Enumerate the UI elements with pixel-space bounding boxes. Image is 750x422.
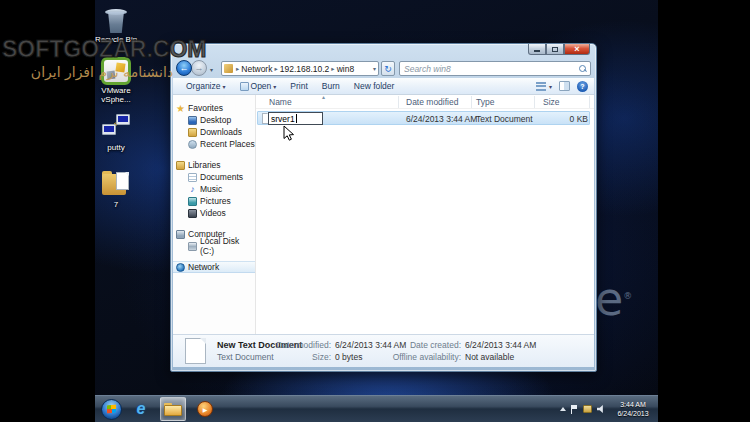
burn-button[interactable]: Burn [315, 79, 347, 94]
computer-icon [176, 230, 185, 239]
group-label: Network [188, 262, 219, 272]
print-button[interactable]: Print [283, 79, 314, 94]
details-date-created-label: Date created: [351, 340, 461, 350]
breadcrumb-host[interactable]: 192.168.10.2 [280, 64, 330, 74]
show-hidden-icons-button[interactable] [560, 407, 566, 411]
desktop-icon-label: putty [87, 143, 145, 152]
column-header-name[interactable]: Name [269, 97, 292, 107]
desktop-icon-folder-7[interactable]: 7 [87, 171, 145, 209]
close-icon: × [574, 44, 579, 54]
details-date-modified-label: Date modified: [231, 340, 331, 350]
chevron-down-icon: ▾ [223, 83, 226, 90]
column-divider[interactable] [398, 96, 399, 108]
desktop-icon-vmware-vsphere[interactable]: VMware vSphe... [87, 57, 145, 104]
open-label: Open [251, 81, 272, 91]
sidebar-item-downloads[interactable]: Downloads [173, 126, 255, 138]
system-tray: 3:44 AM 6/24/2013 [560, 400, 658, 418]
command-toolbar: Organize ▾ Open ▾ Print Burn New folder … [173, 78, 594, 95]
cell-size: 0 KB [516, 114, 588, 124]
column-header-type[interactable]: Type [476, 97, 494, 107]
star-icon: ★ [176, 104, 185, 113]
sidebar-item-desktop[interactable]: Desktop [173, 114, 255, 126]
sort-ascending-icon: ▴ [322, 93, 325, 100]
taskbar-internet-explorer[interactable]: e [128, 397, 154, 421]
volume-icon[interactable] [597, 405, 606, 414]
rename-field-wrap [268, 112, 323, 125]
explorer-window: × ← → ▾ ▸ Network ▸ 192.168.10.2 ▸ win8 … [170, 43, 597, 372]
close-button[interactable]: × [564, 44, 590, 55]
file-row-selected[interactable]: 6/24/2013 3:44 AM Text Document 0 KB [257, 111, 590, 125]
column-header-date-modified[interactable]: Date modified [406, 97, 458, 107]
address-bar[interactable]: ▸ Network ▸ 192.168.10.2 ▸ win8 ▾ [221, 61, 379, 76]
organize-button[interactable]: Organize ▾ [179, 79, 233, 94]
column-divider[interactable] [471, 96, 472, 108]
sidebar-item-local-disk-c[interactable]: Local Disk (C:) [173, 240, 255, 252]
taskbar-media-player[interactable]: ▶ [192, 397, 218, 421]
sidebar-group-network[interactable]: Network [173, 261, 255, 273]
taskbar-clock[interactable]: 3:44 AM 6/24/2013 [611, 400, 655, 418]
sidebar-item-pictures[interactable]: Pictures [173, 195, 255, 207]
change-view-button[interactable] [536, 82, 546, 91]
forward-button[interactable]: → [191, 60, 207, 76]
forward-arrow-icon: → [195, 63, 204, 73]
media-player-icon: ▶ [197, 401, 213, 417]
preview-pane-button[interactable] [559, 81, 570, 91]
breadcrumb-folder[interactable]: win8 [337, 64, 354, 74]
navigation-row: ← → ▾ ▸ Network ▸ 192.168.10.2 ▸ win8 ▾ … [171, 59, 596, 78]
wallpaper-text: e® [595, 272, 632, 326]
sidebar-group-favorites[interactable]: ★ Favorites [173, 102, 255, 114]
item-label: Music [200, 184, 222, 194]
sidebar-item-documents[interactable]: Documents [173, 171, 255, 183]
sidebar-item-music[interactable]: ♪ Music [173, 183, 255, 195]
start-button[interactable] [101, 399, 122, 420]
window-content: ★ Favorites Desktop Downloads Recent Pla… [173, 95, 594, 334]
back-arrow-icon: ← [180, 63, 189, 73]
file-list: ▴ Name Date modified Type Size [256, 95, 594, 334]
minimize-icon [534, 50, 540, 52]
documents-icon [188, 173, 197, 182]
details-offline-value: Not available [465, 352, 514, 362]
search-input[interactable] [400, 64, 579, 74]
maximize-button[interactable] [546, 44, 564, 55]
column-divider[interactable] [534, 96, 535, 108]
windows-logo-icon [107, 405, 116, 414]
sidebar-item-recent-places[interactable]: Recent Places [173, 138, 255, 150]
action-center-icon[interactable] [571, 405, 578, 414]
breadcrumb-network[interactable]: Network [241, 64, 272, 74]
sidebar-item-videos[interactable]: Videos [173, 207, 255, 219]
print-label: Print [290, 81, 307, 91]
desktop-icon-putty[interactable]: putty [87, 114, 145, 152]
item-label: Videos [200, 208, 226, 218]
title-bar[interactable]: × [171, 44, 596, 59]
column-header-size[interactable]: Size [543, 97, 560, 107]
burn-label: Burn [322, 81, 340, 91]
details-pane: New Text Document Text Document Date mod… [173, 334, 594, 367]
taskbar-windows-explorer[interactable] [160, 397, 186, 421]
chevron-down-icon: ▾ [210, 67, 213, 73]
network-icon [176, 263, 185, 272]
desktop-icon-recycle-bin[interactable]: Recycle Bin [87, 8, 145, 44]
network-status-icon[interactable] [583, 405, 592, 413]
downloads-icon [188, 128, 197, 137]
refresh-button[interactable]: ↻ [381, 61, 395, 76]
open-button[interactable]: Open ▾ [233, 79, 284, 94]
text-document-icon [185, 338, 206, 364]
column-divider[interactable] [589, 96, 590, 108]
minimize-button[interactable] [528, 44, 546, 55]
help-button[interactable]: ? [577, 81, 588, 92]
recent-places-icon [188, 140, 197, 149]
internet-explorer-icon: e [137, 400, 146, 418]
back-button[interactable]: ← [176, 60, 192, 76]
new-folder-button[interactable]: New folder [347, 79, 402, 94]
taskbar: e ▶ 3:44 AM 6/24/2013 [95, 395, 658, 422]
column-header-row: ▴ Name Date modified Type Size [256, 95, 594, 109]
address-dropdown[interactable]: ▾ [373, 65, 376, 72]
chevron-down-icon[interactable]: ▾ [549, 83, 552, 90]
sidebar-group-libraries[interactable]: Libraries [173, 159, 255, 171]
recent-pages-dropdown[interactable]: ▾ [210, 66, 213, 73]
search-box [399, 61, 591, 76]
location-icon [224, 64, 233, 73]
cell-date-modified: 6/24/2013 3:44 AM [406, 114, 477, 124]
refresh-icon: ↻ [384, 64, 392, 74]
pictures-icon [188, 197, 197, 206]
